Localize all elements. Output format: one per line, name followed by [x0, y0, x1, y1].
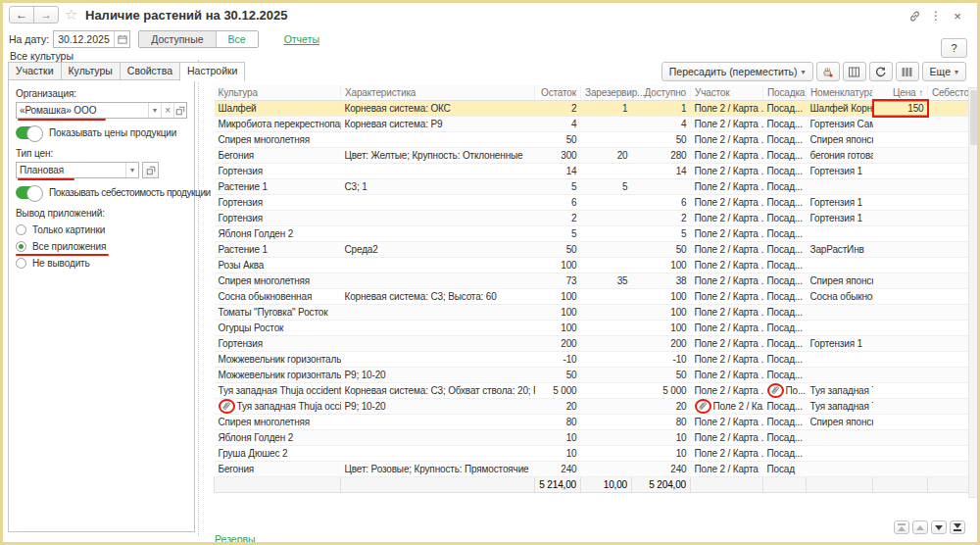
- col-culture[interactable]: Культура: [215, 85, 341, 100]
- table-row[interactable]: Яблоня Голден 21010Поле 2 / Карта ...Пос…: [215, 429, 969, 445]
- more-button[interactable]: Еще▾: [922, 62, 966, 81]
- cell-nomenclature[interactable]: Сосна обыкнов...: [807, 288, 873, 304]
- table-row[interactable]: Огурцы Росток100100Поле 2 / Карта ...Пос…: [215, 320, 969, 335]
- cell-price[interactable]: [873, 116, 928, 131]
- cell-available[interactable]: 100: [632, 257, 691, 272]
- cell-characteristic[interactable]: Корневая система: ОКС: [341, 100, 535, 116]
- cell-stock[interactable]: 100: [535, 288, 581, 304]
- cell-culture[interactable]: Спирея многолетняя: [215, 131, 341, 147]
- cell-stock[interactable]: 300: [535, 147, 581, 163]
- cell-nomenclature[interactable]: Спирея японск...: [807, 131, 873, 147]
- cell-plot[interactable]: Поле 2 / Карта ...: [691, 429, 763, 445]
- cell-reserved[interactable]: [581, 288, 632, 304]
- cell-nomenclature[interactable]: Гортензия 1: [807, 194, 873, 210]
- open-icon[interactable]: [173, 103, 186, 118]
- scrollbar-thumb[interactable]: [970, 90, 977, 145]
- cell-nomenclature[interactable]: Туя западная Т...: [807, 398, 873, 414]
- cell-plot[interactable]: Поле 2 / Карта ...: [691, 304, 763, 320]
- table-row[interactable]: Яблоня Голден 255Поле 2 / Карта ...Посад…: [215, 225, 969, 241]
- cell-price[interactable]: [873, 335, 928, 351]
- cell-planting[interactable]: Посад...: [763, 163, 807, 178]
- cell-stock[interactable]: 73: [535, 272, 581, 288]
- cell-culture[interactable]: Томаты "Пуговка" Росток: [215, 304, 341, 320]
- cell-planting[interactable]: Посад: [763, 461, 807, 476]
- table-row[interactable]: Гортензия200200Поле 2 / Карта ...Посад..…: [215, 335, 969, 351]
- cell-reserved[interactable]: [581, 131, 632, 147]
- cell-price[interactable]: [873, 461, 928, 476]
- cell-stock[interactable]: 20: [535, 398, 581, 414]
- help-button[interactable]: ?: [941, 38, 967, 58]
- kebab-menu-icon[interactable]: ⋮: [928, 9, 944, 23]
- cell-reserved[interactable]: [581, 351, 632, 367]
- cell-reserved[interactable]: [581, 225, 632, 241]
- table-row[interactable]: Туя западная Thuja occidentalis Gol...Ко…: [215, 382, 969, 398]
- cell-cost[interactable]: [928, 382, 969, 398]
- attachment-option-all[interactable]: Все приложения: [16, 241, 187, 252]
- table-row[interactable]: Туя западная Thuja occidentalis ...P9; 1…: [215, 398, 969, 414]
- cell-characteristic[interactable]: [341, 445, 535, 461]
- show-prices-toggle[interactable]: [16, 126, 42, 139]
- cell-culture[interactable]: Шалфей: [215, 100, 341, 116]
- price-type-field[interactable]: Плановая ▾: [16, 162, 139, 178]
- cell-available[interactable]: 2: [632, 210, 691, 225]
- cell-cost[interactable]: [928, 163, 969, 178]
- cell-available[interactable]: 6: [632, 194, 691, 210]
- refresh-icon-button[interactable]: [869, 62, 893, 81]
- cell-cost[interactable]: [928, 194, 969, 210]
- cell-cost[interactable]: [928, 445, 969, 461]
- attachment-option-pictures[interactable]: Только картинки: [16, 224, 187, 235]
- cell-cost[interactable]: [928, 210, 969, 225]
- cell-plot[interactable]: Поле 2 / Карта ...: [691, 351, 763, 367]
- cell-plot[interactable]: Поле 2 / Карта ...: [691, 414, 763, 429]
- cell-stock[interactable]: 80: [535, 414, 581, 429]
- cell-plot[interactable]: Поле 2 / Карта ...: [691, 272, 763, 288]
- cell-nomenclature[interactable]: Гортензия 1: [807, 163, 873, 178]
- cell-nomenclature[interactable]: Гортензия Сам...: [807, 116, 873, 131]
- cell-nomenclature[interactable]: [807, 351, 873, 367]
- cell-price[interactable]: [873, 429, 928, 445]
- cell-culture[interactable]: Груша Дюшес 2: [215, 445, 341, 461]
- cell-cost[interactable]: [928, 461, 969, 476]
- cell-available[interactable]: 100: [632, 304, 691, 320]
- cell-cost[interactable]: [928, 398, 969, 414]
- cell-stock[interactable]: 4: [535, 116, 581, 131]
- attachment-option-none[interactable]: Не выводить: [16, 258, 187, 269]
- cell-planting[interactable]: Посад...: [763, 335, 807, 351]
- cell-stock[interactable]: 2: [535, 210, 581, 225]
- cell-price[interactable]: [873, 178, 928, 194]
- vertical-scrollbar[interactable]: [968, 87, 979, 498]
- organization-field[interactable]: «Ромашка» ООО ▾ ×: [16, 102, 187, 119]
- cell-planting[interactable]: Посад...: [763, 367, 807, 382]
- cell-reserved[interactable]: [581, 163, 632, 178]
- table-row[interactable]: Гортензия22Поле 2 / Карта ...Посад...Гор…: [215, 210, 969, 225]
- table-row[interactable]: Гортензия1414Поле 2 / Карта ...Посад...Г…: [215, 163, 969, 178]
- cell-stock[interactable]: 10: [535, 445, 581, 461]
- cell-nomenclature[interactable]: [807, 445, 873, 461]
- cell-available[interactable]: 100: [632, 320, 691, 335]
- cell-plot[interactable]: Поле 2 / Карта ...: [691, 178, 763, 194]
- cell-reserved[interactable]: [581, 445, 632, 461]
- cell-planting[interactable]: Посад...: [763, 304, 807, 320]
- table-row[interactable]: БегонияЦвет: Желтые; Крупность: Отклонен…: [215, 147, 969, 163]
- cell-plot[interactable]: Поле 2 / Карта ...: [691, 382, 763, 398]
- radio-selected-icon[interactable]: [16, 241, 26, 252]
- cell-stock[interactable]: 50: [535, 241, 581, 257]
- cell-plot[interactable]: Поле 2 / Карта ...: [691, 257, 763, 272]
- cell-characteristic[interactable]: [341, 210, 535, 225]
- cell-reserved[interactable]: [581, 429, 632, 445]
- table-row[interactable]: ШалфейКорневая система: ОКС211Поле 2 / К…: [215, 100, 969, 116]
- cell-stock[interactable]: 100: [535, 304, 581, 320]
- cell-characteristic[interactable]: [341, 351, 535, 367]
- cell-reserved[interactable]: 20: [581, 147, 632, 163]
- cell-cost[interactable]: [928, 367, 969, 382]
- cell-characteristic[interactable]: [341, 304, 535, 320]
- cell-nomenclature[interactable]: Спирея японск...: [807, 414, 873, 429]
- cell-nomenclature[interactable]: Туя западная Т...: [807, 382, 873, 398]
- cell-cost[interactable]: [928, 116, 969, 131]
- cell-planting[interactable]: Посад...: [763, 320, 807, 335]
- cell-culture[interactable]: Огурцы Росток: [215, 320, 341, 335]
- radio-icon[interactable]: [16, 258, 26, 269]
- cell-cost[interactable]: [928, 100, 969, 116]
- cell-nomenclature[interactable]: [807, 178, 873, 194]
- cell-cost[interactable]: [928, 225, 969, 241]
